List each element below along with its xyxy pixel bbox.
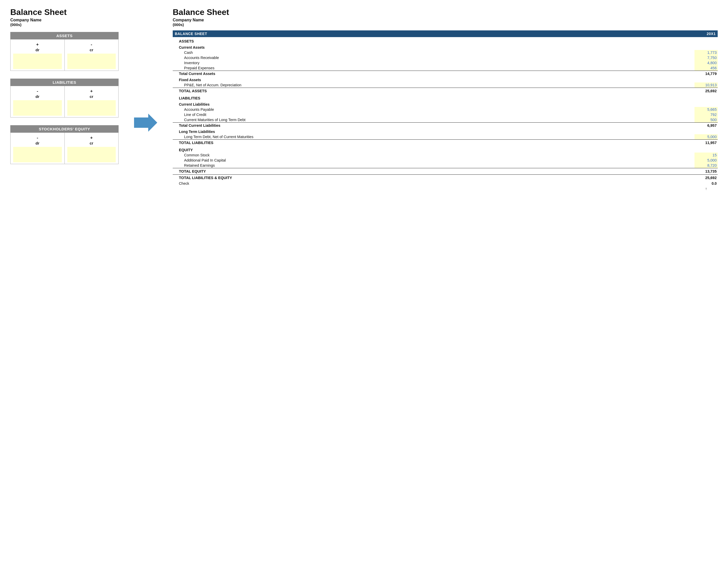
data-value: 792	[695, 112, 718, 117]
table-row: EQUITY	[173, 146, 718, 153]
total-value: 14,779	[695, 71, 718, 77]
liabilities-credit-cell: + cr	[65, 86, 119, 117]
right-arrow-icon	[134, 114, 157, 132]
table-row: Current Liabilities	[173, 101, 718, 107]
section-label: LIABILITIES	[178, 94, 718, 101]
table-row: ASSETS	[173, 37, 718, 44]
data-value: 5,000	[695, 158, 718, 163]
table-row: Accounts Payable5,665	[173, 107, 718, 112]
data-value: 1,773	[695, 50, 718, 55]
right-title: Balance Sheet	[173, 8, 718, 17]
data-value: 456	[695, 65, 718, 71]
check-label: Check	[178, 181, 695, 186]
data-label: Prepaid Expenses	[178, 65, 695, 71]
table-row: Additional Paid In Capital5,000	[173, 158, 718, 163]
liabilities-header: LIABILITIES	[10, 79, 119, 86]
data-label: Long Term Debt, Net of Current Maturitie…	[178, 134, 695, 140]
table-row: Check0.0	[173, 181, 718, 186]
assets-body: + dr - cr	[10, 39, 119, 71]
data-value: 7,750	[695, 55, 718, 60]
table-row: Fixed Assets	[173, 76, 718, 82]
data-label: Cash	[178, 50, 695, 55]
equity-debit-sign: -	[13, 134, 62, 141]
data-label: Additional Paid In Capital	[178, 158, 695, 163]
header-period: 20X1	[695, 30, 718, 37]
check-value: 0.0	[695, 181, 718, 186]
equity-debit-area	[13, 147, 62, 162]
table-row: LIABILITIES	[173, 94, 718, 101]
bold-total-label: TOTAL ASSETS	[178, 88, 695, 94]
left-company: Company Name	[10, 18, 119, 22]
bold-total-label: TOTAL LIABILITIES	[178, 140, 695, 146]
section-label: ASSETS	[178, 37, 718, 44]
data-value: 4,800	[695, 60, 718, 65]
up-arrow-icon: ↑	[695, 186, 718, 191]
liabilities-credit-sign: +	[67, 88, 116, 94]
assets-debit-area	[13, 54, 62, 69]
table-row: Current Maturities of Long Term Debt500	[173, 117, 718, 122]
bold-total-value: 25,692	[695, 88, 718, 94]
bold-total-value: 13,735	[695, 168, 718, 175]
liabilities-credit-area	[67, 100, 116, 116]
subsection-label: Long Term Liabilities	[178, 128, 718, 134]
liabilities-debit-cell: - dr	[10, 86, 65, 117]
data-value: 10,913	[695, 82, 718, 88]
equity-credit-cell: + cr	[65, 133, 119, 164]
assets-header: ASSETS	[10, 32, 119, 39]
liabilities-credit-label: cr	[67, 94, 116, 100]
table-row: TOTAL ASSETS25,692	[173, 88, 718, 94]
table-row: Total Current Liabilities6,957	[173, 122, 718, 128]
table-row: Inventory4,800	[173, 60, 718, 65]
assets-credit-area	[67, 54, 116, 69]
assets-debit-sign: +	[13, 41, 62, 48]
data-label: Retained Earnings	[178, 163, 695, 168]
table-row: Total Current Assets14,779	[173, 71, 718, 77]
section-label: EQUITY	[178, 146, 718, 153]
data-label: Current Maturities of Long Term Debt	[178, 117, 695, 122]
liabilities-t-account: LIABILITIES - dr + cr	[10, 79, 119, 117]
equity-t-account: STOCKHOLDERS' EQUITY - dr + cr	[10, 125, 119, 164]
right-panel: Balance Sheet Company Name (000s) BALANC…	[173, 8, 718, 191]
subsection-label: Fixed Assets	[178, 76, 718, 82]
data-label: Accounts Payable	[178, 107, 695, 112]
liabilities-debit-sign: -	[13, 88, 62, 94]
right-company: Company Name	[173, 18, 718, 22]
assets-credit-cell: - cr	[65, 39, 119, 71]
liabilities-body: - dr + cr	[10, 86, 119, 117]
table-row: Retained Earnings8,720	[173, 163, 718, 168]
arrow-container	[134, 8, 157, 191]
data-label: Line of Credit	[178, 112, 695, 117]
right-units: (000s)	[173, 22, 718, 27]
table-row: TOTAL LIABILITIES11,957	[173, 140, 718, 146]
equity-debit-label: dr	[13, 141, 62, 147]
check-arrow-row: ↑	[173, 186, 718, 191]
subsection-label: Current Assets	[178, 44, 718, 50]
data-value: 15	[695, 153, 718, 158]
equity-body: - dr + cr	[10, 133, 119, 164]
svg-marker-0	[134, 114, 157, 132]
assets-t-account: ASSETS + dr - cr	[10, 32, 119, 71]
balance-sheet-table: BALANCE SHEET 20X1 ASSETSCurrent AssetsC…	[173, 30, 718, 191]
total-label: Total Current Liabilities	[178, 122, 695, 128]
data-value: 8,720	[695, 163, 718, 168]
equity-header: STOCKHOLDERS' EQUITY	[10, 125, 119, 133]
bold-total-label: TOTAL LIABILITIES & EQUITY	[178, 175, 695, 181]
assets-credit-sign: -	[67, 41, 116, 48]
total-value: 6,957	[695, 122, 718, 128]
table-row: Current Assets	[173, 44, 718, 50]
table-row: Cash1,773	[173, 50, 718, 55]
equity-credit-label: cr	[67, 141, 116, 147]
left-title: Balance Sheet	[10, 8, 119, 17]
liabilities-debit-area	[13, 100, 62, 116]
data-label: Inventory	[178, 60, 695, 65]
equity-credit-sign: +	[67, 134, 116, 141]
data-value: 5,000	[695, 134, 718, 140]
assets-debit-cell: + dr	[10, 39, 65, 71]
total-label: Total Current Assets	[178, 71, 695, 77]
table-row: TOTAL EQUITY13,735	[173, 168, 718, 175]
data-value: 5,665	[695, 107, 718, 112]
bold-total-label: TOTAL EQUITY	[178, 168, 695, 175]
table-row: Common Stock15	[173, 153, 718, 158]
table-row: Long Term Debt, Net of Current Maturitie…	[173, 134, 718, 140]
assets-debit-label: dr	[13, 48, 62, 54]
